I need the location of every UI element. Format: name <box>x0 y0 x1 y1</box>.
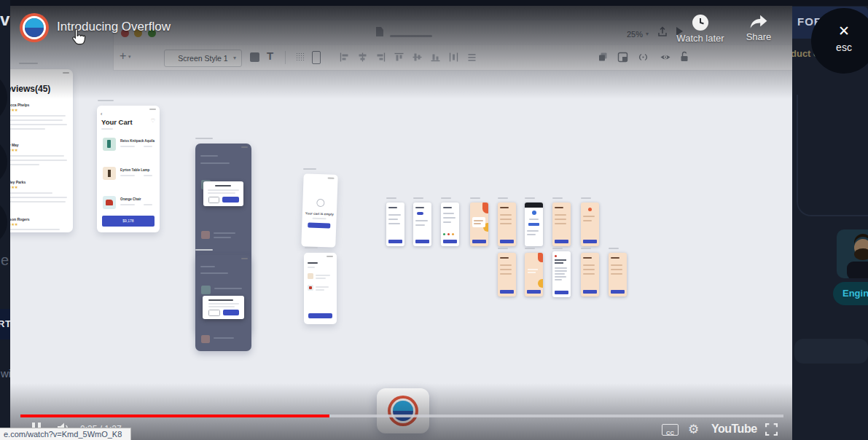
frame-label <box>525 248 535 249</box>
share-button[interactable]: Share <box>737 14 781 49</box>
thumb-detail <box>388 219 398 220</box>
thumb-detail <box>583 220 592 221</box>
confirm-dialog <box>203 296 244 319</box>
skeleton-line <box>10 192 52 194</box>
skeleton-line <box>214 237 231 238</box>
thumb-detail <box>611 273 622 275</box>
settings-gear-icon[interactable]: ⚙ <box>688 422 699 437</box>
checkout-label: $9,178 <box>102 216 155 227</box>
thumb-detail <box>611 269 622 270</box>
thumb-button <box>500 240 514 243</box>
orange-blob <box>538 253 543 262</box>
red-dot <box>555 255 557 257</box>
thumb-detail <box>500 223 512 224</box>
clock-icon <box>692 14 709 31</box>
skeleton-line <box>10 201 66 203</box>
device-frame-icon <box>312 51 321 64</box>
frame-label <box>552 248 563 249</box>
phone-thumbnail-white-article <box>552 251 571 297</box>
hero-letter-shape <box>0 133 7 191</box>
thumb-detail <box>388 223 400 224</box>
zoom-level: 25% <box>627 30 643 39</box>
cc-label: CC <box>666 430 674 436</box>
reviewer-name: Bradley Parks <box>10 180 26 184</box>
start-button-fragment[interactable]: RT <box>0 309 10 339</box>
align-center-h-icon <box>358 52 367 62</box>
share-icon <box>749 14 768 30</box>
screen-style-select: Screen Style 1 ▾ <box>164 50 242 67</box>
thumb-detail <box>555 267 567 269</box>
mini-cart-title-line <box>308 262 318 264</box>
skeleton-line <box>316 278 326 279</box>
reviewer-name: Rebecca Phelps <box>10 103 29 107</box>
popover-phone-mockup <box>195 255 251 351</box>
backdrop-left-strip: v e RT wi <box>0 0 10 440</box>
close-icon: ✕ <box>811 24 868 39</box>
document-icon <box>376 27 383 36</box>
thumb-detail <box>527 234 536 235</box>
yellow-blob <box>538 279 543 288</box>
phone-thumbnail-peach-form <box>498 253 516 296</box>
hero-letter-shape <box>0 67 7 128</box>
star-rating: ★★★★★ <box>10 223 17 227</box>
light-line <box>528 272 536 273</box>
skeleton-line <box>208 303 239 305</box>
skeleton-line <box>208 189 239 191</box>
phone-thumbnail-white-darkheader <box>525 203 543 246</box>
thumb-detail <box>583 269 595 270</box>
thumb-detail <box>555 276 566 278</box>
skeleton-line <box>316 275 330 276</box>
frame-label <box>413 197 423 199</box>
captions-button[interactable]: CC <box>662 424 679 436</box>
thumb-button <box>500 290 514 294</box>
phone-status-bar <box>149 109 156 110</box>
channel-avatar-overflow-logo[interactable] <box>25 18 44 37</box>
skeleton-line <box>214 232 235 234</box>
thumb-detail <box>415 220 428 221</box>
pay-dot <box>452 233 454 235</box>
phone-thumbnail-peach-dot <box>581 203 599 246</box>
progress-bar[interactable] <box>20 415 783 417</box>
skeleton-line <box>120 146 135 147</box>
youtube-logo[interactable]: YouTube <box>711 423 757 436</box>
thumb-detail <box>527 230 539 232</box>
skeleton-line <box>316 286 329 288</box>
thumb-button <box>583 240 597 243</box>
thumb-detail <box>529 219 539 220</box>
watch-later-button[interactable]: Watch later <box>670 14 731 49</box>
dialog-cancel-button <box>208 310 220 316</box>
pay-dot <box>447 233 450 235</box>
reviewer-name: Jackson Rogers <box>10 217 30 221</box>
thumb-detail <box>555 214 566 216</box>
fullscreen-button[interactable] <box>765 423 778 436</box>
thumb-button <box>527 290 541 294</box>
thumb-detail <box>500 207 509 208</box>
skeleton-line <box>10 124 67 125</box>
close-lightbox-button[interactable]: ✕ esc <box>811 8 868 74</box>
skeleton-line <box>214 288 242 289</box>
dim-product-thumb <box>201 231 210 239</box>
phone-status-bar <box>328 177 335 178</box>
mini-checkout-button <box>308 313 332 318</box>
screen-style-value: Screen Style 1 <box>178 54 227 63</box>
skeleton-line <box>313 218 327 220</box>
frame-label <box>386 197 396 199</box>
orange-dot <box>588 208 592 211</box>
thumb-detail <box>555 279 562 280</box>
thumb-detail <box>443 217 455 219</box>
thumb-detail <box>415 224 425 226</box>
thumb-detail <box>583 264 595 266</box>
phone-thumbnail-white-form <box>386 203 404 246</box>
image-icon <box>617 52 628 63</box>
overflow-logo <box>393 401 413 421</box>
skeleton-line <box>10 128 45 130</box>
heart-icon: ♡ <box>151 118 155 124</box>
empty-cart-message: Your cart is empty <box>302 211 337 216</box>
page-root: { "overlay": { "title": "Introducing Ove… <box>0 0 868 440</box>
video-player[interactable]: 25% ▾ + ▾ Screen Style 1 ▾ T Reviews(45)… <box>10 6 792 440</box>
thumb-detail <box>474 220 483 221</box>
document-title-bar <box>390 35 432 37</box>
thumb-detail <box>555 219 566 220</box>
title-line <box>555 259 566 261</box>
phone-thumbnail-peach-form <box>609 253 627 296</box>
